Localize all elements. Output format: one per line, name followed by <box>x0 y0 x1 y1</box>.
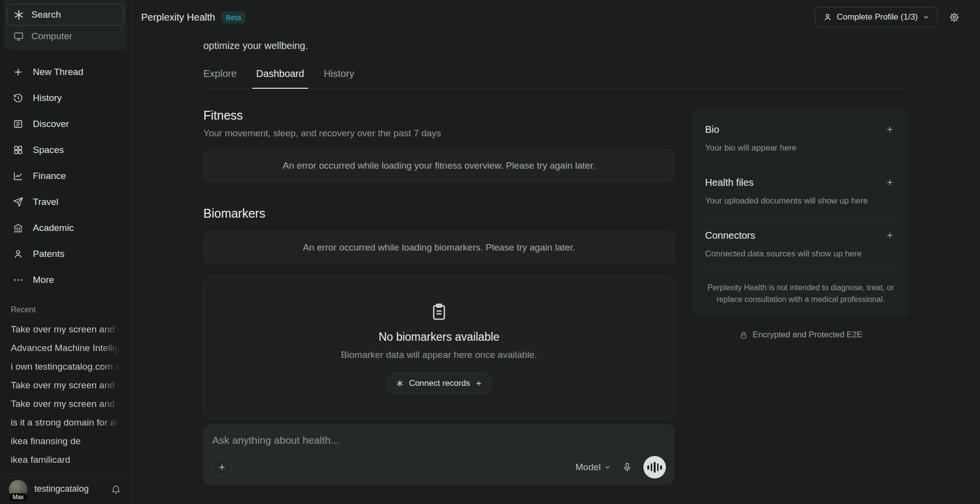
discover-icon <box>12 118 24 130</box>
chevron-down-icon <box>604 464 611 471</box>
tab-bar: Explore Dashboard History <box>203 68 909 89</box>
connectors-section: Connectors Connected data sources will s… <box>705 217 896 270</box>
add-bio-button[interactable] <box>883 123 896 136</box>
sidebar-item-search[interactable]: Search <box>7 4 124 25</box>
patents-icon <box>12 248 24 260</box>
health-files-title: Health files <box>705 177 754 188</box>
composer-toolbar: Model <box>212 456 666 479</box>
sidebar-item-spaces[interactable]: Spaces <box>7 137 124 163</box>
finance-icon <box>12 170 24 182</box>
fitness-section-subtitle: Your movement, sleep, and recovery over … <box>203 128 675 139</box>
sidebar-item-travel[interactable]: Travel <box>7 189 124 215</box>
health-files-hint: Your uploaded documents will show up her… <box>705 196 896 206</box>
sidebar-nav: New Thread History Discover Spaces <box>0 59 131 293</box>
sidebar-item-label: New Thread <box>33 67 83 77</box>
add-connector-button[interactable] <box>883 229 896 242</box>
dictation-button[interactable] <box>621 461 634 474</box>
waveform-icon <box>647 462 662 473</box>
recent-thread[interactable]: Take over my screen and do <box>11 395 120 413</box>
tab-history[interactable]: History <box>324 68 354 88</box>
voice-mode-button[interactable] <box>643 456 666 479</box>
bio-section: Bio Your bio will appear here <box>705 120 896 164</box>
academic-icon <box>12 222 24 234</box>
connect-records-button[interactable]: Connect records <box>386 373 492 394</box>
sidebar: Search Computer New Thread History <box>0 0 131 504</box>
dashboard-side-column: Bio Your bio will appear here <box>692 108 909 340</box>
bell-icon <box>109 483 122 496</box>
recent-thread[interactable]: Advanced Machine Intellige <box>11 339 120 357</box>
lock-icon <box>739 330 748 339</box>
sidebar-item-more[interactable]: More <box>7 267 124 293</box>
content-scroll-area[interactable]: optimize your wellbeing. Explore Dashboa… <box>131 34 980 504</box>
recent-section: Recent Take over my screen and do Advanc… <box>0 305 131 474</box>
fitness-error-banner: An error occurred while loading your fit… <box>203 150 675 182</box>
biomarkers-empty-state: No biomarkers available Biomarker data w… <box>203 276 675 419</box>
medical-disclaimer: Perplexity Health is not intended to dia… <box>705 271 896 305</box>
settings-button[interactable] <box>948 11 960 24</box>
sidebar-item-discover[interactable]: Discover <box>7 111 124 137</box>
plus-icon <box>475 379 483 387</box>
microphone-icon <box>621 461 634 474</box>
chevron-down-icon <box>923 14 930 21</box>
recent-thread[interactable]: Take over my screen and do <box>11 376 120 395</box>
sidebar-item-label: Discover <box>33 119 69 129</box>
health-composer: Model <box>203 424 675 485</box>
tab-dashboard[interactable]: Dashboard <box>256 68 304 88</box>
person-icon <box>823 13 832 22</box>
recent-thread[interactable]: Take over my screen and do <box>11 320 120 339</box>
plus-icon <box>883 176 896 189</box>
sidebar-item-label: History <box>33 93 62 103</box>
gear-icon <box>948 11 960 24</box>
main-area: Perplexity Health Beta Complete Profile … <box>131 0 980 504</box>
profile-summary-card: Bio Your bio will appear here <box>692 108 909 317</box>
ask-health-input[interactable] <box>212 434 666 446</box>
spaces-icon <box>12 144 24 156</box>
add-health-file-button[interactable] <box>883 176 896 189</box>
plus-icon <box>216 461 228 474</box>
notifications-button[interactable] <box>109 483 122 496</box>
model-selector-label: Model <box>575 462 601 473</box>
plus-icon <box>883 229 896 242</box>
recent-thread[interactable]: ikea familicard <box>11 451 120 469</box>
sidebar-item-label: Computer <box>31 31 72 42</box>
connectors-title: Connectors <box>705 230 755 241</box>
app-root: Search Computer New Thread History <box>0 0 980 504</box>
sidebar-item-finance[interactable]: Finance <box>7 163 124 189</box>
sidebar-mode-switch: Search Computer <box>4 0 127 50</box>
app-title-text: Perplexity Health <box>141 12 215 23</box>
avatar-badge: Max <box>9 493 27 501</box>
computer-icon <box>12 30 25 43</box>
model-selector[interactable]: Model <box>575 462 611 473</box>
recent-thread[interactable]: ikea finansing de <box>11 432 120 451</box>
plus-icon <box>12 66 24 78</box>
sidebar-item-computer[interactable]: Computer <box>7 25 124 47</box>
sparkle-icon <box>395 379 404 388</box>
fitness-section-title: Fitness <box>203 108 675 123</box>
encryption-note: Encrypted and Protected E2E <box>692 330 909 340</box>
user-name[interactable]: testingcatalog <box>34 484 102 494</box>
sidebar-item-label: Travel <box>33 197 58 207</box>
plus-icon <box>883 123 896 136</box>
recent-label: Recent <box>11 305 120 314</box>
biomarkers-section-title: Biomarkers <box>203 206 675 221</box>
composer-right-actions: Model <box>575 456 666 479</box>
history-icon <box>12 92 24 104</box>
recent-thread[interactable]: i own testingcatalog.com a <box>11 357 120 376</box>
sidebar-item-history[interactable]: History <box>7 85 124 111</box>
sidebar-item-patents[interactable]: Patents <box>7 241 124 267</box>
tab-explore[interactable]: Explore <box>203 68 237 88</box>
encryption-note-text: Encrypted and Protected E2E <box>753 330 862 340</box>
perplexity-logo-icon <box>12 8 25 21</box>
complete-profile-button[interactable]: Complete Profile (1/3) <box>815 7 938 27</box>
user-avatar[interactable]: Max <box>9 480 27 499</box>
page-title: Perplexity Health Beta <box>141 11 245 24</box>
biomarkers-error-banner: An error occurred while loading biomarke… <box>203 231 675 264</box>
travel-icon <box>12 196 24 208</box>
topbar-actions: Complete Profile (1/3) <box>815 7 960 27</box>
sidebar-item-new-thread[interactable]: New Thread <box>7 59 124 85</box>
sidebar-item-academic[interactable]: Academic <box>7 215 124 241</box>
attach-button[interactable] <box>212 457 232 477</box>
clipboard-icon <box>428 301 450 323</box>
empty-state-title: No biomarkers available <box>379 330 500 344</box>
recent-thread[interactable]: is it a strong domain for ai n <box>11 413 120 432</box>
